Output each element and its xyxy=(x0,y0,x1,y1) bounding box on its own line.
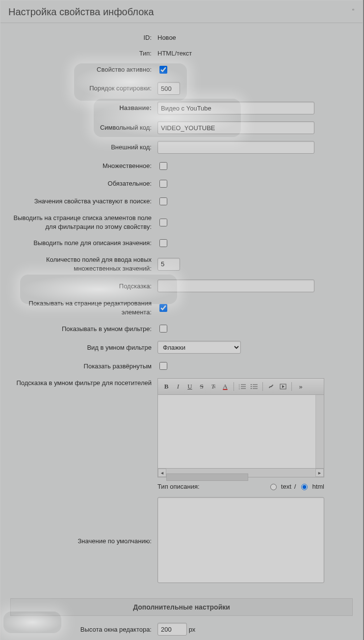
label-id: ID: xyxy=(7,30,155,46)
scroll-right-icon[interactable]: ► xyxy=(315,469,324,477)
maximize-icon[interactable]: ▫ xyxy=(349,6,358,13)
select-smartfilter-view[interactable]: Флажки xyxy=(157,341,241,354)
label-desc-type: Тип описания: xyxy=(157,483,200,490)
input-sort[interactable] xyxy=(157,82,180,95)
label-code: Символьный код: xyxy=(7,118,155,138)
editor-hscroll[interactable]: ◄ ► xyxy=(158,469,324,477)
toolbar-separator xyxy=(291,382,292,391)
orderedlist-icon[interactable]: 123 xyxy=(237,381,248,392)
label-default: Значение по умолчанию: xyxy=(7,494,155,588)
dialog-titlebar: Настройка свойства инфоблока ▫ xyxy=(0,0,363,23)
input-code[interactable] xyxy=(157,121,314,134)
input-name[interactable] xyxy=(157,102,314,114)
dialog-content: ID: Новое Тип: HTML/текст Свойство актив… xyxy=(0,23,363,640)
label-filterhint: Подсказка в умном фильтре для посетителе… xyxy=(7,375,155,494)
label-sort: Порядок сортировки: xyxy=(7,79,155,98)
radio-desc-text-label: text xyxy=(281,483,291,490)
label-name: Название: xyxy=(7,98,155,118)
description-type-row: Тип описания: text / html xyxy=(157,482,324,490)
svg-point-9 xyxy=(251,384,252,385)
checkbox-filtrable[interactable] xyxy=(159,219,167,226)
checkbox-searchable[interactable] xyxy=(159,197,167,205)
input-multcnt[interactable] xyxy=(157,258,180,271)
label-smartfilter-view: Вид в умном фильтре xyxy=(7,337,155,357)
label-showedit: Показывать на странице редактирования эл… xyxy=(7,296,155,320)
label-required: Обязательное: xyxy=(7,175,155,193)
editor-vscroll[interactable] xyxy=(315,395,324,468)
checkbox-withdesc[interactable] xyxy=(159,239,167,247)
label-multcnt: Количество полей для ввода новых множест… xyxy=(7,252,155,276)
svg-text:3: 3 xyxy=(239,388,240,390)
dialog-window: Настройка свойства инфоблока ▫ ID: Новое… xyxy=(0,0,363,640)
input-hint[interactable] xyxy=(157,279,314,292)
scroll-left-icon[interactable]: ◄ xyxy=(158,469,166,477)
dialog-title: Настройка свойства инфоблока xyxy=(8,6,355,18)
checkbox-smartfilter[interactable] xyxy=(159,325,167,333)
label-multiple: Множественное: xyxy=(7,157,155,175)
textarea-default[interactable] xyxy=(157,497,324,583)
label-expanded: Показать развёрнутым xyxy=(7,357,155,375)
more-icon[interactable]: » xyxy=(295,381,306,392)
label-xml: Внешний код: xyxy=(7,138,155,157)
link-icon[interactable] xyxy=(266,381,277,392)
editor-textarea[interactable] xyxy=(158,395,324,469)
checkbox-showedit[interactable] xyxy=(159,304,167,312)
label-hint: Подсказка: xyxy=(7,276,155,296)
clearformat-icon[interactable]: Tx xyxy=(208,381,219,392)
label-withdesc: Выводить поле для описания значения: xyxy=(7,234,155,252)
label-editor-height: Высота окна редактора: xyxy=(7,619,155,639)
checkbox-expanded[interactable] xyxy=(159,362,167,370)
strike-icon[interactable]: S xyxy=(196,381,207,392)
bulletlist-icon[interactable] xyxy=(249,381,260,392)
label-active: Свойство активно: xyxy=(7,61,155,79)
video-icon[interactable] xyxy=(278,381,288,392)
label-filtrable: Выводить на странице списка элементов по… xyxy=(7,210,155,234)
checkbox-multiple[interactable] xyxy=(159,162,167,170)
value-id: Новое xyxy=(155,30,356,46)
italic-icon[interactable]: I xyxy=(173,381,183,392)
toolbar-separator xyxy=(234,382,234,391)
rich-editor: B I U S Tx A 123 xyxy=(157,378,324,477)
radio-desc-html[interactable] xyxy=(301,484,308,490)
bold-icon[interactable]: B xyxy=(161,381,172,392)
label-type: Тип: xyxy=(7,46,155,61)
radio-desc-text[interactable] xyxy=(270,484,277,490)
label-searchable: Значения свойства участвуют в поиске: xyxy=(7,193,155,210)
svg-point-10 xyxy=(251,386,252,387)
desc-type-separator: / xyxy=(294,483,296,490)
label-editor-height-unit: px xyxy=(189,626,196,633)
section-extra-header: Дополнительные настройки xyxy=(10,598,353,616)
value-type: HTML/текст xyxy=(155,46,356,61)
svg-point-11 xyxy=(251,388,252,389)
toolbar-separator xyxy=(262,382,263,391)
input-editor-height[interactable] xyxy=(157,623,187,636)
fontcolor-icon[interactable]: A xyxy=(220,381,231,392)
underline-icon[interactable]: U xyxy=(184,381,195,392)
label-smartfilter: Показывать в умном фильтре: xyxy=(7,320,155,337)
checkbox-active[interactable] xyxy=(159,66,167,74)
editor-toolbar: B I U S Tx A 123 xyxy=(158,379,324,395)
radio-desc-html-label: html xyxy=(312,483,324,490)
input-xml[interactable] xyxy=(157,141,314,154)
checkbox-required[interactable] xyxy=(159,180,167,188)
